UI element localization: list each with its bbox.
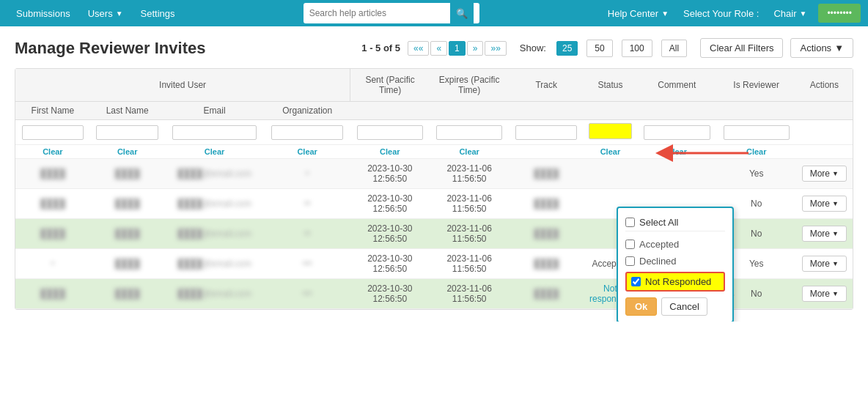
- not-responded-option-row: Not Responded: [625, 272, 725, 292]
- more-caret-icon: ▼: [832, 170, 839, 177]
- show-50[interactable]: 50: [586, 40, 612, 57]
- row1-track: ████: [509, 159, 584, 189]
- nav-right: Help Center ▼ Select Your Role : Chair ▼…: [599, 0, 861, 26]
- actions-header: Actions: [796, 69, 853, 102]
- page-title: Manage Reviewer Invites: [15, 39, 354, 58]
- sent-filter[interactable]: [357, 125, 423, 140]
- row1-firstname: ████: [15, 159, 90, 189]
- row4-track: ████: [509, 249, 584, 279]
- row2-track: ████: [509, 189, 584, 219]
- show-25[interactable]: 25: [556, 41, 578, 56]
- show-100[interactable]: 100: [622, 40, 652, 57]
- expires-filter[interactable]: [436, 125, 502, 140]
- row3-firstname: ████: [15, 219, 90, 249]
- row2-lastname: ████: [90, 189, 165, 219]
- org-filter[interactable]: [271, 125, 343, 140]
- nav-submissions[interactable]: Submissions: [7, 0, 79, 26]
- row3-sent: 2023-10-3012:56:50: [350, 219, 430, 249]
- dropdown-ok-button[interactable]: Ok: [625, 297, 657, 316]
- email-clear[interactable]: Clear: [205, 147, 225, 156]
- row1-sent: 2023-10-3012:56:50: [350, 159, 430, 189]
- pagination-page-1[interactable]: 1: [449, 41, 466, 56]
- expires-header: Expires (Pacific Time): [430, 69, 509, 102]
- email-filter[interactable]: [172, 125, 257, 140]
- is-reviewer-clear[interactable]: Clear: [746, 147, 767, 156]
- row1-lastname: ████: [90, 159, 165, 189]
- not-responded-checkbox[interactable]: [631, 277, 641, 286]
- row1-comment: [637, 159, 717, 189]
- help-center-chevron-icon: ▼: [661, 10, 669, 18]
- row5-org: •••: [265, 279, 350, 309]
- pagination-prev[interactable]: «: [430, 41, 447, 56]
- row1-expires: 2023-11-0611:56:50: [430, 159, 509, 189]
- search-input[interactable]: [304, 5, 450, 21]
- more-caret-icon: ▼: [832, 290, 839, 297]
- row3-track: ████: [509, 219, 584, 249]
- is-reviewer-filter[interactable]: [724, 125, 790, 140]
- pagination-first[interactable]: ««: [408, 41, 429, 56]
- more-caret-icon: ▼: [832, 230, 839, 237]
- nav-settings[interactable]: Settings: [132, 0, 184, 26]
- lastname-clear[interactable]: Clear: [117, 147, 138, 156]
- nav-action-button[interactable]: ••••••••: [818, 4, 861, 23]
- comment-filter[interactable]: [644, 125, 710, 140]
- nav-help-center[interactable]: Help Center ▼: [599, 0, 677, 26]
- more-caret-icon: ▼: [832, 260, 839, 267]
- pagination-next[interactable]: »: [467, 41, 484, 56]
- row1-is-reviewer: Yes: [717, 159, 796, 189]
- lastname-filter[interactable]: [96, 125, 158, 140]
- row5-more-button[interactable]: More ▼: [802, 286, 847, 302]
- accepted-checkbox[interactable]: [625, 240, 635, 249]
- accepted-option-row: Accepted: [625, 236, 725, 253]
- search-container: 🔍: [184, 3, 599, 23]
- declined-checkbox[interactable]: [625, 256, 635, 266]
- firstname-filter[interactable]: [22, 125, 84, 140]
- pagination-controls: «« « 1 » »»: [408, 41, 507, 56]
- not-responded-label: Not Responded: [645, 276, 711, 287]
- org-clear[interactable]: Clear: [297, 147, 317, 156]
- expires-clear[interactable]: Clear: [459, 147, 479, 156]
- row5-actions: More ▼: [796, 279, 853, 309]
- row5-lastname: ████: [90, 279, 165, 309]
- clear-all-filters-button[interactable]: Clear All Filters: [700, 38, 783, 58]
- status-filter-box[interactable]: [589, 123, 631, 139]
- nav-role-select[interactable]: Chair ▼: [765, 0, 815, 26]
- show-all[interactable]: All: [661, 40, 687, 57]
- row4-more-button[interactable]: More ▼: [802, 256, 847, 272]
- row2-expires: 2023-11-0611:56:50: [430, 189, 509, 219]
- sent-clear[interactable]: Clear: [380, 147, 400, 156]
- track-header: Track: [509, 69, 584, 102]
- select-all-checkbox[interactable]: [625, 218, 635, 227]
- row3-more-button[interactable]: More ▼: [802, 226, 847, 242]
- row3-actions: More ▼: [796, 219, 853, 249]
- pagination-last[interactable]: »»: [485, 41, 506, 56]
- role-chevron-icon: ▼: [799, 10, 806, 18]
- status-clear[interactable]: Clear: [600, 147, 621, 156]
- page-header: Manage Reviewer Invites 1 - 5 of 5 «« « …: [15, 38, 853, 58]
- dropdown-cancel-button[interactable]: Cancel: [661, 297, 707, 316]
- row4-sent: 2023-10-3012:56:50: [350, 249, 430, 279]
- row2-more-button[interactable]: More ▼: [802, 196, 847, 212]
- comment-clear[interactable]: Clear: [667, 147, 688, 156]
- actions-button[interactable]: Actions ▼: [790, 38, 853, 58]
- declined-label: Declined: [639, 256, 677, 267]
- lastname-header: Last Name: [90, 102, 165, 120]
- row5-expires: 2023-11-0611:56:50: [430, 279, 509, 309]
- nav-users[interactable]: Users ▼: [79, 0, 132, 26]
- row1-org: •: [265, 159, 350, 189]
- row1-more-button[interactable]: More ▼: [802, 166, 847, 182]
- row4-lastname: ████: [90, 249, 165, 279]
- search-button[interactable]: 🔍: [450, 3, 474, 23]
- row3-email: ████@email.com: [165, 219, 265, 249]
- table-row: ████ ████ ████@email.com • 2023-10-3012:…: [15, 159, 853, 189]
- row2-sent: 2023-10-3012:56:50: [350, 189, 430, 219]
- invited-user-header: Invited User: [15, 69, 350, 102]
- row4-firstname: •: [15, 249, 90, 279]
- accepted-label: Accepted: [639, 239, 679, 250]
- row2-email: ████@email.com: [165, 189, 265, 219]
- row1-email: ████@email.com: [165, 159, 265, 189]
- track-filter[interactable]: [515, 125, 577, 140]
- row3-org: ••: [265, 219, 350, 249]
- actions-chevron-icon: ▼: [834, 42, 844, 53]
- firstname-clear[interactable]: Clear: [43, 147, 63, 156]
